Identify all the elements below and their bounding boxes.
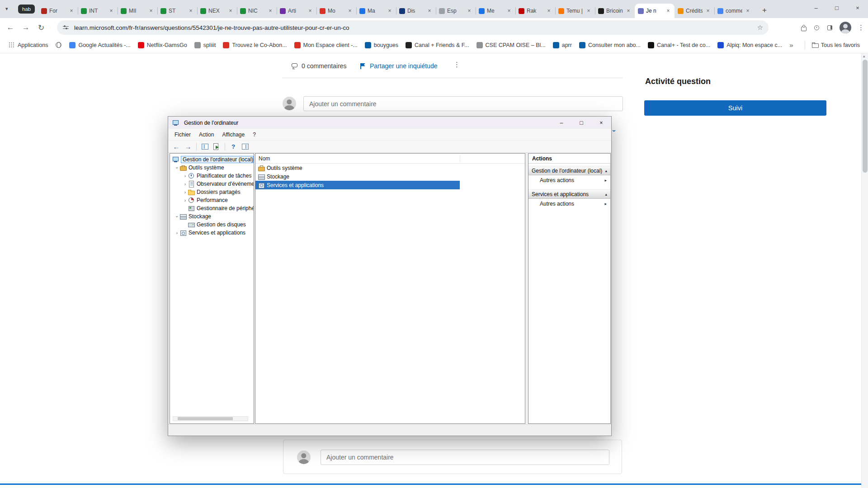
tab-close-icon[interactable]: × (585, 8, 592, 14)
bookmark-item[interactable] (52, 39, 66, 51)
tab-close-icon[interactable]: × (506, 8, 512, 14)
tab-close-icon[interactable]: × (267, 8, 274, 14)
tab-strip-chevron-icon[interactable]: ▾ (5, 6, 8, 12)
apps-shortcut[interactable]: Applications (5, 39, 52, 51)
list-row-services-applications[interactable]: Services et applications (255, 181, 460, 189)
tab-close-icon[interactable]: × (466, 8, 472, 14)
export-list-button[interactable] (211, 141, 222, 152)
tab-group-chip[interactable]: hab (18, 5, 35, 14)
browser-tab[interactable]: Bricoin× (595, 4, 635, 18)
bookmark-item[interactable]: Mon Espace client -... (291, 39, 361, 51)
tree-item-storage[interactable]: › Stockage (170, 212, 254, 221)
collapse-chevron-icon[interactable]: › (611, 130, 618, 132)
site-info-icon[interactable] (62, 24, 69, 31)
tree-item-services-applications[interactable]: › Services et applications (170, 229, 254, 237)
comment-input[interactable] (303, 96, 623, 111)
tab-close-icon[interactable]: × (108, 8, 114, 14)
window-close-button[interactable]: × (847, 0, 868, 15)
chevron-right-icon[interactable]: › (182, 190, 188, 195)
chevron-right-icon[interactable]: › (174, 230, 180, 235)
more-actions-item[interactable]: Autres actions ▸ (528, 175, 610, 185)
tree-scrollbar-thumb[interactable] (178, 417, 233, 420)
show-action-pane-button[interactable] (240, 141, 250, 152)
list-row-storage[interactable]: Stockage (255, 172, 525, 181)
back-button[interactable]: ← (3, 20, 18, 35)
tab-close-icon[interactable]: × (625, 8, 632, 14)
bookmark-star-icon[interactable]: ☆ (757, 23, 763, 32)
browser-tab[interactable]: Ma× (356, 4, 396, 18)
list-row-system-tools[interactable]: Outils système (255, 164, 525, 172)
bookmark-item[interactable]: Trouvez le Co-Abon... (219, 39, 290, 51)
profile-avatar[interactable] (840, 22, 851, 33)
bookmark-item[interactable]: spliiit (191, 39, 220, 51)
actions-section-computer-management[interactable]: Gestion de l'ordinateur (local) ▴ (528, 166, 610, 175)
browser-tab[interactable]: Esp× (436, 4, 476, 18)
collapse-icon[interactable]: ▴ (605, 169, 607, 173)
page-scrollbar[interactable]: ▴ (861, 53, 868, 488)
tab-close-icon[interactable]: × (546, 8, 552, 14)
tab-close-icon[interactable]: × (387, 8, 393, 14)
mmc-back-button[interactable]: ← (171, 141, 182, 152)
column-header-nom[interactable]: Nom (259, 155, 270, 162)
follow-button[interactable]: Suivi (644, 100, 826, 116)
browser-tab[interactable]: Arti× (277, 4, 316, 18)
menu-fichier[interactable]: Fichier (170, 129, 195, 140)
scrollbar-up-icon[interactable]: ▴ (863, 54, 865, 58)
window-maximize-button[interactable]: □ (826, 0, 847, 15)
browser-tab[interactable]: For× (38, 4, 78, 18)
chevron-right-icon[interactable]: › (182, 198, 188, 203)
tab-close-icon[interactable]: × (665, 8, 671, 14)
browser-tab[interactable]: MII× (118, 4, 157, 18)
bookmark-item[interactable]: Consulter mon abo... (576, 39, 644, 51)
history-icon[interactable] (813, 24, 820, 31)
menu-help[interactable]: ? (249, 129, 260, 140)
page-kebab-menu[interactable]: ⋮ (453, 61, 460, 69)
browser-tab[interactable]: Mo× (316, 4, 356, 18)
tree-item-disk-management[interactable]: Gestion des disques (170, 221, 254, 229)
mmc-forward-button[interactable]: → (183, 141, 193, 152)
mmc-minimize-button[interactable]: – (552, 117, 571, 129)
address-bar-input[interactable] (73, 24, 757, 32)
bookmark-item[interactable]: Canal+ - Test de co... (644, 39, 714, 51)
tab-close-icon[interactable]: × (227, 8, 234, 14)
chevron-right-icon[interactable]: › (182, 174, 188, 178)
new-tab-button[interactable]: + (759, 5, 770, 17)
bottom-comment-input[interactable] (321, 450, 609, 465)
report-concern-link[interactable]: Partager une inquiétude (359, 62, 437, 70)
browser-tab-active[interactable]: Je n× (635, 4, 675, 18)
tab-close-icon[interactable]: × (68, 8, 75, 14)
browser-tab[interactable]: NEX× (197, 4, 237, 18)
browser-tab[interactable]: INT× (78, 4, 118, 18)
reload-button[interactable]: ↻ (33, 20, 49, 35)
browser-tab[interactable]: Rak× (515, 4, 555, 18)
address-bar[interactable]: ☆ (57, 20, 769, 35)
browser-tab[interactable]: Temu |× (555, 4, 595, 18)
more-actions-item[interactable]: Autres actions ▸ (528, 199, 610, 209)
tree-item-performance[interactable]: › Performance (170, 196, 254, 204)
browser-tab[interactable]: comme× (714, 4, 754, 18)
browser-tab[interactable]: ST× (157, 4, 197, 18)
tab-close-icon[interactable]: × (745, 8, 751, 14)
browser-tab[interactable]: Me× (476, 4, 515, 18)
tree-horizontal-scrollbar[interactable] (173, 416, 248, 421)
tree-item-device-manager[interactable]: Gestionnaire de périphériques (170, 204, 254, 212)
help-button[interactable]: ? (228, 141, 239, 152)
tree-item-computer-management[interactable]: Gestion de l'ordinateur (local) (170, 155, 254, 164)
bookmark-item[interactable]: Google Actualités -... (66, 39, 134, 51)
browser-tab[interactable]: Crédits× (675, 4, 714, 18)
bookmark-item[interactable]: Alpiq: Mon espace c... (714, 39, 786, 51)
browser-menu-icon[interactable]: ⋮ (858, 23, 864, 32)
tree-item-event-viewer[interactable]: › Observateur d'événements (170, 180, 254, 188)
mmc-close-button[interactable]: × (591, 117, 611, 129)
bookmarks-overflow-icon[interactable]: » (786, 41, 797, 49)
browser-tab[interactable]: NIC× (237, 4, 277, 18)
collapse-icon[interactable]: ▴ (605, 192, 607, 197)
window-minimize-button[interactable]: – (806, 0, 826, 15)
tree-item-task-scheduler[interactable]: › Planificateur de tâches (170, 172, 254, 180)
bookmark-item[interactable]: bouygues (361, 39, 402, 51)
tab-close-icon[interactable]: × (188, 8, 194, 14)
actions-section-services-applications[interactable]: Services et applications ▴ (528, 189, 610, 199)
bookmark-item[interactable]: Netflix-GamsGo (134, 39, 191, 51)
scrollbar-thumb[interactable] (863, 60, 868, 173)
tab-close-icon[interactable]: × (307, 8, 313, 14)
